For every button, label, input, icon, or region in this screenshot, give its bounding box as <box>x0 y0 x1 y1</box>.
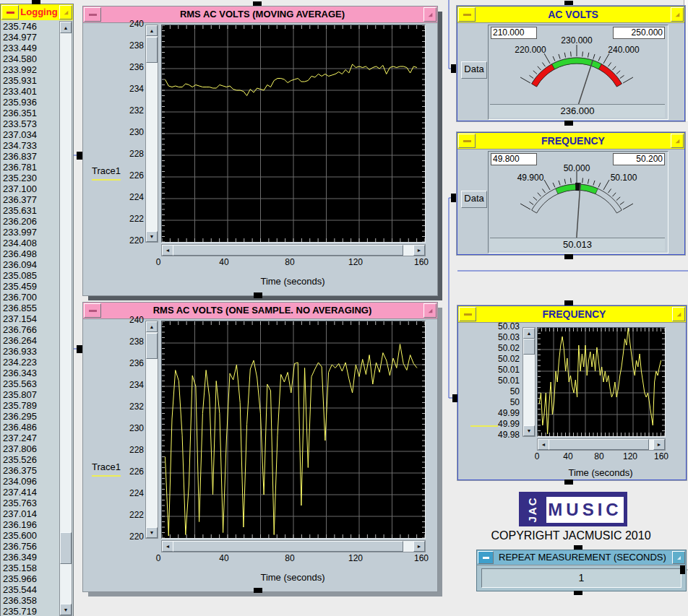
log-value: 234.977 <box>1 32 60 43</box>
resize-button[interactable] <box>423 7 437 22</box>
log-value: 235.563 <box>1 378 60 389</box>
log-value: 235.763 <box>1 498 60 508</box>
scroll-down-button[interactable]: ▼ <box>523 425 535 436</box>
freqgauge-value-display: 50.013 <box>490 238 665 251</box>
acvolts-data-button[interactable]: Data <box>461 61 487 79</box>
resize-button[interactable] <box>59 5 72 19</box>
log-value: 236.206 <box>1 216 60 227</box>
log-value: 234.096 <box>1 476 60 487</box>
freqgauge-data-button[interactable]: Data <box>461 191 487 208</box>
minimize-button[interactable] <box>459 307 476 321</box>
scrollbar-thumb[interactable] <box>173 541 403 552</box>
freqchart-plot-area <box>537 327 666 437</box>
scrollbar-thumb[interactable] <box>549 439 649 450</box>
log-value: 233.997 <box>1 227 60 238</box>
scroll-right-button[interactable]: ► <box>413 541 425 552</box>
log-value: 236.700 <box>1 292 60 303</box>
scroll-up-button[interactable]: ▲ <box>523 328 535 339</box>
window-ac-volts-gauge: AC VOLTS Data 210.000 250.000 220.000 23… <box>457 6 685 121</box>
freqchart-top-connector <box>564 300 573 305</box>
minimize-button[interactable] <box>1 5 19 19</box>
chart1-horizontal-scrollbar[interactable]: ◄ ► <box>161 244 426 256</box>
log-value: 236.358 <box>1 595 60 606</box>
resize-button[interactable] <box>671 134 684 148</box>
log-value: 236.351 <box>1 108 60 118</box>
chart2-title: RMS AC VOLTS (ONE SAMPLE. NO AVERAGING) <box>102 303 423 318</box>
resize-button[interactable] <box>672 551 685 564</box>
scroll-up-button[interactable]: ▲ <box>146 321 158 332</box>
log-value: 233.449 <box>1 43 60 53</box>
scroll-left-button[interactable]: ◄ <box>162 541 173 552</box>
repeat-top-connector <box>574 545 582 550</box>
log-value: 234.223 <box>1 357 60 368</box>
log-value: 237.034 <box>1 129 60 140</box>
scrollbar-thumb[interactable] <box>146 37 158 63</box>
y-tick-label: 50.03 <box>486 333 520 342</box>
log-value: 235.600 <box>1 530 60 541</box>
scroll-up-button[interactable]: ▲ <box>60 22 72 33</box>
freqgauge-title-bar[interactable]: FREQUENCY <box>457 133 684 149</box>
y-tick-label: 50 <box>486 387 520 396</box>
minimize-button[interactable] <box>458 134 476 148</box>
freqchart-vertical-scrollbar[interactable]: ▲ ▼ <box>523 327 536 437</box>
minimize-button[interactable] <box>458 7 476 22</box>
freqchart-bottom-connector <box>564 480 573 485</box>
x-tick-label: 0 <box>156 553 161 563</box>
logging-scrollbar[interactable]: ▲ ▼ <box>59 21 72 616</box>
scroll-right-button[interactable]: ► <box>653 439 665 450</box>
repeat-right-connector <box>680 565 685 574</box>
chart2-vertical-scrollbar[interactable]: ▲ ▼ <box>145 321 158 539</box>
x-tick-label: 40 <box>219 257 228 267</box>
y-tick-label: 224 <box>109 489 144 498</box>
acvolts-title-bar[interactable]: AC VOLTS <box>457 6 684 23</box>
log-value: 236.375 <box>1 465 60 476</box>
freqchart-title-bar[interactable]: FREQUENCY <box>458 306 686 323</box>
scrollbar-thumb[interactable] <box>173 245 403 256</box>
freqchart-x-axis-labels: 04080120160 <box>523 451 676 461</box>
log-value: 236.498 <box>1 248 60 259</box>
scroll-right-button[interactable]: ► <box>413 245 425 256</box>
minimize-button[interactable] <box>478 551 494 564</box>
scroll-left-button[interactable]: ◄ <box>162 245 173 256</box>
chart2-horizontal-scrollbar[interactable]: ◄ ► <box>161 540 426 552</box>
logging-title-bar[interactable]: Logging <box>1 4 73 21</box>
log-value: 235.936 <box>1 97 60 108</box>
minimize-button[interactable] <box>84 303 101 318</box>
freqgauge-title: FREQUENCY <box>476 133 670 149</box>
resize-button[interactable] <box>671 7 684 22</box>
x-tick-label: 0 <box>156 257 161 267</box>
chart1-legend-line <box>92 179 121 181</box>
log-value: 235.459 <box>1 281 60 292</box>
x-tick-label: 40 <box>219 553 228 563</box>
scroll-down-button[interactable]: ▼ <box>146 527 158 538</box>
logging-title: Logging <box>20 4 59 20</box>
scrollbar-thumb[interactable] <box>60 532 72 564</box>
scrollbar-thumb[interactable] <box>146 333 158 359</box>
scroll-down-button[interactable]: ▼ <box>60 604 72 615</box>
scrollbar-thumb[interactable] <box>523 339 535 355</box>
repeat-bottom-connector <box>574 591 582 595</box>
logo-music-box: MUSIC <box>544 495 626 525</box>
log-value: 234.580 <box>1 53 60 64</box>
logging-list[interactable]: 235.746234.977233.449234.580233.992235.9… <box>1 20 73 616</box>
log-value: 234.408 <box>1 238 60 248</box>
logo-jac-text-wrap: JAC <box>519 492 544 526</box>
repeat-value-field[interactable]: 1 <box>481 568 681 588</box>
resize-button[interactable] <box>423 303 437 318</box>
scroll-down-button[interactable]: ▼ <box>146 231 158 242</box>
minimize-button[interactable] <box>84 7 101 22</box>
jacmusic-logo: JAC MUSIC <box>519 492 627 526</box>
log-value: 237.154 <box>1 313 60 324</box>
y-tick-label: 222 <box>109 214 144 224</box>
resize-button[interactable] <box>672 307 685 321</box>
repeat-title-bar[interactable]: REPEAT MEASUREMENT (SECONDS) <box>477 550 686 565</box>
window-logging: Logging 235.746234.977233.449234.580233.… <box>0 4 74 616</box>
log-value: 235.746 <box>1 21 60 32</box>
freqchart-horizontal-scrollbar[interactable]: ◄ ► <box>537 438 666 451</box>
chart1-vertical-scrollbar[interactable]: ▲ ▼ <box>145 25 158 243</box>
chart1-plot-area <box>161 25 426 243</box>
y-tick-label: 49.98 <box>486 430 520 440</box>
log-value: 236.094 <box>1 259 60 270</box>
scroll-left-button[interactable]: ◄ <box>538 439 549 450</box>
scroll-up-button[interactable]: ▲ <box>146 25 158 36</box>
